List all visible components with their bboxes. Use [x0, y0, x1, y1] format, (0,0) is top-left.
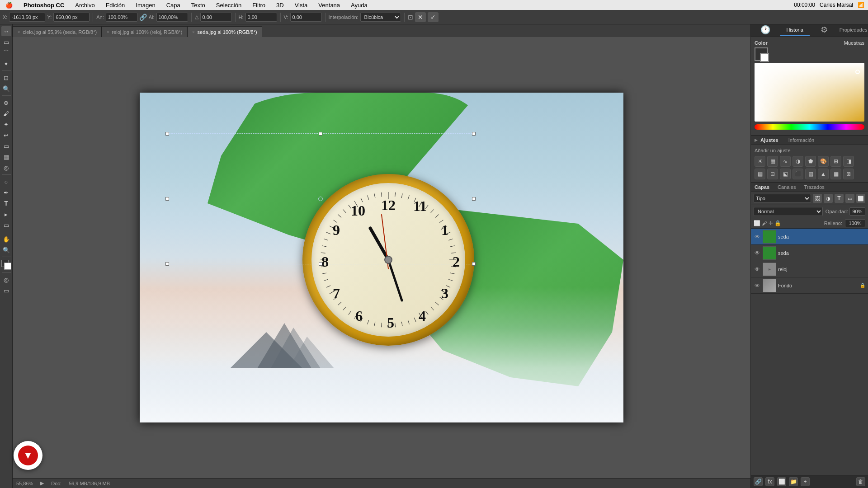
layers-type-select[interactable]: Tipo Nombre Efecto: [754, 194, 811, 203]
layer-item-seda1[interactable]: 👁 seda: [751, 229, 868, 245]
colorlookup-adj-icon[interactable]: ⬕: [780, 169, 791, 179]
layers-filter-shape-btn[interactable]: ▭: [845, 194, 854, 203]
text-tool[interactable]: T: [1, 198, 11, 208]
curves-adj-icon[interactable]: ∿: [780, 156, 791, 167]
menu-edicion[interactable]: Edición: [104, 2, 127, 9]
healing-brush-tool[interactable]: ⊕: [1, 98, 11, 108]
delete-layer-btn[interactable]: 🗑: [856, 477, 865, 486]
dodge-tool[interactable]: ○: [1, 177, 11, 187]
hsl-adj-icon[interactable]: 🎨: [818, 156, 829, 167]
screen-mode-button[interactable]: ▭: [1, 286, 11, 296]
lock-transparent-icon[interactable]: ⬜: [754, 220, 760, 226]
menu-capa[interactable]: Capa: [165, 2, 182, 9]
toolbar-y-input[interactable]: [53, 13, 90, 22]
menu-3d[interactable]: 3D: [274, 2, 286, 9]
toolbar-height-input[interactable]: [245, 13, 277, 22]
brightness-adj-icon[interactable]: ☀: [755, 156, 765, 167]
brush-tool[interactable]: 🖌: [1, 108, 11, 118]
cancel-transform-button[interactable]: ✕: [415, 12, 426, 22]
lock-pixels-icon[interactable]: 🖌: [762, 220, 767, 226]
color-hue-slider[interactable]: [755, 124, 864, 130]
layers-filter-pixel-btn[interactable]: 🖼: [813, 194, 822, 203]
vibrance-adj-icon[interactable]: ⬟: [805, 156, 816, 167]
toolbar-v-input[interactable]: [290, 13, 322, 22]
menu-filtro[interactable]: Filtro: [250, 2, 267, 9]
link-layers-btn[interactable]: 🔗: [754, 477, 763, 486]
quick-mask-button[interactable]: ◎: [1, 275, 11, 285]
historia-icon[interactable]: 🕐: [751, 24, 780, 36]
gradient-tool[interactable]: ▦: [1, 152, 11, 162]
tab-seda[interactable]: × seda.jpg al 100% (RGB/8*): [187, 26, 262, 37]
apple-menu[interactable]: 🍎: [4, 2, 14, 9]
tab-reloj[interactable]: × reloj.jpg al 100% (reloj, RGB/8*): [102, 26, 187, 37]
menu-ayuda[interactable]: Ayuda: [349, 2, 369, 9]
gradientmap-adj-icon[interactable]: ▦: [830, 169, 841, 179]
toolbar-x-input[interactable]: [9, 13, 45, 22]
menu-ventana[interactable]: Ventana: [316, 2, 342, 9]
photofilter-adj-icon[interactable]: ▤: [755, 169, 765, 179]
tab-close-seda[interactable]: ×: [192, 30, 194, 34]
layers-filter-adj-btn[interactable]: ◑: [824, 194, 833, 203]
add-mask-btn[interactable]: ⬜: [777, 477, 786, 486]
bw-adj-icon[interactable]: ◨: [843, 156, 854, 167]
layers-filter-smart-btn[interactable]: ⬜: [856, 194, 865, 203]
layer-visibility-fondo[interactable]: 👁: [754, 282, 761, 289]
recording-badge[interactable]: ▼: [14, 441, 42, 470]
marquee-tool[interactable]: ▭: [1, 37, 11, 47]
path-selection-tool[interactable]: ▸: [1, 209, 11, 219]
selectivecolor-adj-icon[interactable]: ⊠: [843, 169, 854, 179]
toolbar-w-input[interactable]: [106, 13, 137, 22]
threshold-adj-icon[interactable]: ▲: [818, 169, 829, 179]
foreground-swatch[interactable]: [755, 47, 768, 61]
foreground-color[interactable]: [1, 260, 11, 270]
color-gradient-picker[interactable]: [755, 63, 864, 122]
background-swatch[interactable]: [760, 53, 769, 62]
menu-texto[interactable]: Texto: [189, 2, 207, 9]
layer-item-fondo[interactable]: 👁 Fondo 🔒: [751, 277, 868, 294]
layers-filter-type-btn[interactable]: T: [835, 194, 844, 203]
canvas-container[interactable]: 12 1 2 3 4 5 6 7 8 9 10: [13, 37, 750, 478]
propiedades-icon[interactable]: ⚙: [810, 24, 839, 36]
invert-adj-icon[interactable]: ⬛: [793, 169, 803, 179]
fill-input[interactable]: [845, 219, 865, 227]
transform-warp-icon[interactable]: ⊡: [408, 14, 413, 21]
trazados-tab[interactable]: Trazados: [804, 184, 824, 190]
posterize-adj-icon[interactable]: ▧: [805, 169, 816, 179]
eyedropper-tool[interactable]: 🔍: [1, 84, 11, 94]
add-style-btn[interactable]: fx: [765, 477, 774, 486]
toolbar-h-input[interactable]: [156, 13, 188, 22]
layers-section-header[interactable]: Capas Canales Trazados: [751, 183, 868, 192]
menu-vista[interactable]: Vista: [293, 2, 310, 9]
colorbalance-adj-icon[interactable]: ⊞: [830, 156, 841, 167]
magic-wand-tool[interactable]: ✦: [1, 59, 11, 69]
layer-visibility-reloj[interactable]: 👁: [754, 266, 761, 273]
hand-tool[interactable]: ✋: [1, 234, 11, 244]
exposure-adj-icon[interactable]: ◑: [793, 156, 803, 167]
menu-imagen[interactable]: Imagen: [134, 2, 157, 9]
link-wh-icon[interactable]: 🔗: [139, 14, 147, 21]
tab-close-cielo[interactable]: ×: [18, 30, 20, 34]
crop-tool[interactable]: ⊡: [1, 73, 11, 83]
layer-visibility-seda2[interactable]: 👁: [754, 249, 761, 257]
toolbar-angle-input[interactable]: [200, 13, 232, 22]
shape-tool[interactable]: ▭: [1, 220, 11, 230]
new-group-btn[interactable]: 📁: [789, 477, 798, 486]
blend-mode-select[interactable]: Normal Multiplicar Pantalla Superponer: [754, 207, 823, 216]
clone-stamp-tool[interactable]: ✦: [1, 119, 11, 129]
blur-tool[interactable]: ◎: [1, 163, 11, 173]
levels-adj-icon[interactable]: ▦: [767, 156, 778, 167]
history-brush-tool[interactable]: ↩: [1, 130, 11, 140]
propiedades-tab[interactable]: Propiedades: [839, 24, 868, 36]
zoom-tool[interactable]: 🔍: [1, 245, 11, 255]
channelmixer-adj-icon[interactable]: ⊟: [767, 169, 778, 179]
lock-all-icon[interactable]: 🔒: [774, 220, 781, 226]
historia-tab[interactable]: Historia: [780, 24, 810, 36]
lasso-tool[interactable]: ⌒: [1, 48, 11, 58]
opacity-input[interactable]: [849, 207, 865, 216]
canales-tab[interactable]: Canales: [778, 184, 796, 190]
lock-position-icon[interactable]: ✛: [769, 220, 773, 226]
layer-item-reloj[interactable]: 👁 ▸ reloj: [751, 261, 868, 277]
interpolation-select[interactable]: Bicúbica Bilineal Vecino más próximo: [360, 13, 401, 22]
move-tool[interactable]: ↔: [1, 26, 11, 36]
layer-visibility-seda1[interactable]: 👁: [754, 233, 761, 240]
